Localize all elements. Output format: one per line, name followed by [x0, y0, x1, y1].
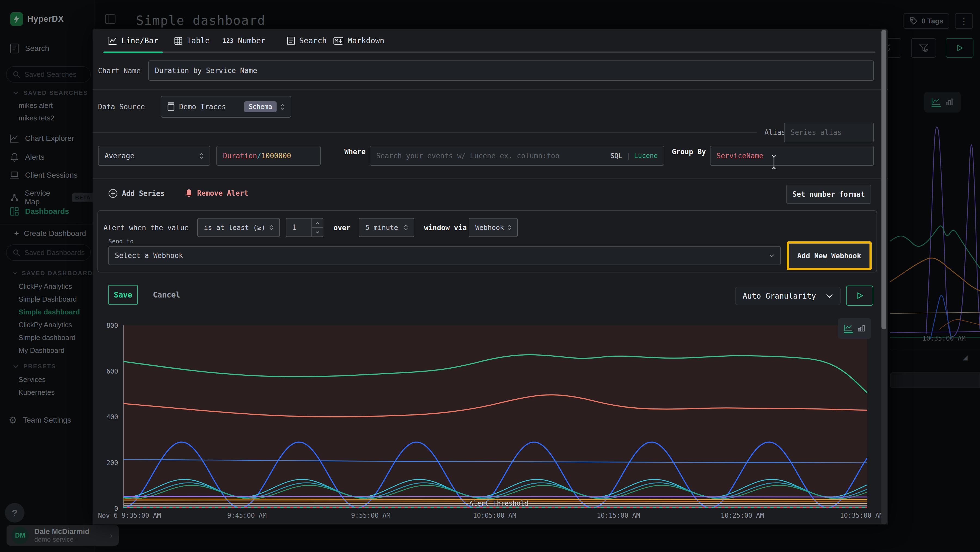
scrollbar-thumb[interactable] — [881, 30, 886, 329]
spinner-down-icon[interactable] — [312, 228, 323, 236]
y-tick: 0 — [95, 505, 118, 512]
divider — [92, 132, 757, 133]
group-by-label: Group By — [672, 148, 706, 156]
over-label: over — [334, 224, 351, 232]
bell-icon — [185, 189, 193, 198]
tab-underline-active — [103, 51, 163, 53]
alert-threshold-label: Alert Threshold — [469, 500, 528, 507]
chevron-up-down-icon — [199, 153, 204, 159]
search-list-icon — [287, 37, 295, 45]
tab-line-bar[interactable]: Line/Bar — [108, 36, 158, 45]
table-icon — [174, 37, 182, 45]
number-spinner[interactable] — [312, 219, 323, 236]
chevron-up-down-icon — [404, 225, 408, 230]
bar-chart-icon[interactable] — [858, 325, 865, 332]
chevron-up-down-icon — [280, 104, 285, 110]
x-tick: 9:45:00 AM — [227, 512, 267, 519]
line-chart-icon — [108, 37, 117, 45]
x-tick: 10:05:00 AM — [473, 512, 516, 519]
alert-window-select[interactable]: 5 minute — [359, 218, 414, 237]
data-source-label: Data Source — [98, 103, 145, 111]
preview-chart[interactable]: Alert Threshold — [123, 325, 867, 508]
alias-input[interactable]: Series alias — [784, 123, 874, 142]
y-tick: 200 — [95, 459, 118, 467]
chart-name-input[interactable]: Duration by Service Name — [148, 61, 874, 81]
add-webhook-highlight: Add New Webhook — [787, 241, 872, 270]
screen: HyperDX Search Saved Searches SAVED SEAR… — [0, 0, 980, 552]
send-to-label: Send to — [108, 238, 134, 245]
data-source-select[interactable]: Demo Traces Schema — [161, 96, 291, 118]
circle-plus-icon — [108, 189, 118, 198]
tab-markdown[interactable]: Markdown — [334, 36, 384, 45]
play-icon — [856, 292, 863, 299]
expr-operator: / — [257, 152, 261, 160]
tab-underline-track — [103, 51, 875, 53]
schema-badge: Schema — [244, 101, 277, 112]
x-tick: 9:55:00 AM — [351, 512, 391, 519]
save-button[interactable]: Save — [108, 285, 138, 305]
add-new-webhook-button[interactable]: Add New Webhook — [789, 244, 869, 268]
tab-search[interactable]: Search — [287, 36, 327, 45]
window-via-label: window via — [424, 224, 467, 232]
number-123-icon: 123 — [223, 37, 234, 44]
where-search-input[interactable]: Search your events w/ Lucene ex. column:… — [370, 146, 664, 166]
chart-name-label: Chart Name — [98, 67, 141, 75]
y-tick: 400 — [95, 413, 118, 421]
edit-chart-modal: Line/Bar Table 123 Number Search Markdow… — [92, 29, 888, 525]
chevron-down-icon — [826, 294, 833, 298]
alert-prefix: Alert when the value — [103, 224, 189, 232]
chart-type-toggle[interactable] — [838, 318, 871, 339]
tab-table[interactable]: Table — [174, 36, 210, 45]
set-number-format-button[interactable]: Set number format — [786, 185, 871, 204]
line-chart-icon[interactable] — [844, 324, 853, 333]
chevron-up-down-icon — [508, 225, 511, 230]
group-by-input[interactable]: ServiceName — [710, 146, 874, 166]
modal-scrollbar[interactable] — [881, 29, 887, 525]
granularity-select[interactable]: Auto Granularity — [735, 287, 841, 305]
spinner-up-icon[interactable] — [312, 219, 323, 228]
expr-field: Duration — [223, 152, 257, 160]
alert-threshold-input[interactable]: 1 — [286, 218, 323, 237]
tab-number[interactable]: 123 Number — [223, 36, 266, 45]
divider — [92, 179, 888, 179]
divider — [92, 89, 888, 90]
remove-alert-button[interactable]: Remove Alert — [185, 189, 248, 198]
alias-label: Alias — [764, 128, 786, 137]
x-tick: 10:25:00 AM — [721, 512, 764, 519]
x-tick: 10:35:00 AM — [840, 512, 883, 519]
alert-comparator-select[interactable]: is at least (≥) — [197, 218, 280, 237]
alert-channel-select[interactable]: Webhook — [469, 218, 518, 237]
cancel-button[interactable]: Cancel — [151, 285, 182, 305]
field-expression-input[interactable]: Duration/1000000 — [216, 146, 321, 166]
database-icon — [167, 102, 175, 111]
preview-chart-canvas — [124, 325, 867, 508]
y-tick: 800 — [95, 322, 118, 329]
chevron-down-icon — [769, 254, 774, 257]
aggregation-select[interactable]: Average — [98, 146, 210, 166]
query-language-toggle[interactable]: SQL | Lucene — [611, 152, 658, 160]
run-query-button[interactable] — [846, 286, 873, 306]
where-label: Where — [344, 148, 366, 156]
add-series-button[interactable]: Add Series — [108, 189, 165, 198]
chevron-up-down-icon — [269, 225, 273, 230]
y-tick: 600 — [95, 367, 118, 375]
expr-denominator: 1000000 — [261, 152, 291, 160]
x-tick: Nov 6 9:35:00 AM — [98, 512, 161, 519]
markdown-icon — [334, 37, 343, 45]
text-cursor-pointer — [770, 155, 778, 170]
webhook-select[interactable]: Select a Webhook — [108, 246, 781, 265]
x-tick: 10:15:00 AM — [597, 512, 640, 519]
